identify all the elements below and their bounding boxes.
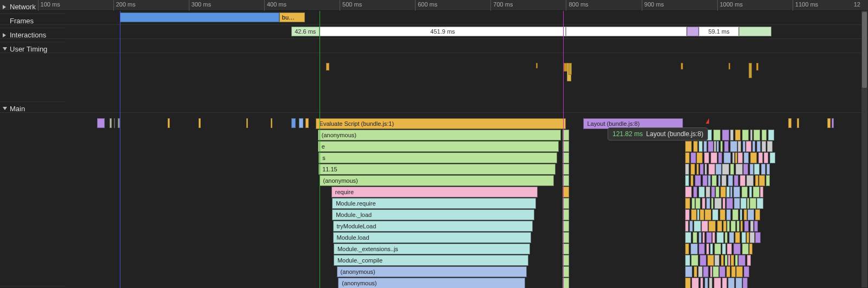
flame-frame[interactable] xyxy=(718,175,720,186)
task-block[interactable] xyxy=(168,118,170,128)
flame-frame[interactable] xyxy=(685,232,691,243)
flame-frame[interactable] xyxy=(732,152,735,163)
flame-frame[interactable] xyxy=(691,175,693,186)
flame-frame[interactable] xyxy=(719,266,725,277)
flame-frame[interactable] xyxy=(731,255,734,266)
flame-frame[interactable] xyxy=(685,141,692,152)
flame-frame[interactable] xyxy=(685,175,689,186)
flame-frame[interactable] xyxy=(707,255,714,266)
flame-frame[interactable] xyxy=(702,198,705,209)
flame-frame[interactable] xyxy=(697,209,699,220)
frame-bar[interactable]: 59.1 ms xyxy=(699,27,739,36)
flame-frame[interactable]: Module._load xyxy=(332,209,534,220)
time-ruler[interactable]: 12 100 ms200 ms300 ms400 ms500 ms600 ms7… xyxy=(0,0,868,11)
flame-frame[interactable] xyxy=(722,175,726,186)
flame-frame[interactable] xyxy=(722,164,729,175)
flame-frame[interactable]: Module.require xyxy=(332,198,536,209)
flame-frame[interactable] xyxy=(697,164,699,175)
user-timing-mark[interactable] xyxy=(569,63,572,75)
flame-frame[interactable] xyxy=(703,232,705,243)
task-block[interactable] xyxy=(97,118,105,128)
flame-frame[interactable] xyxy=(711,198,713,209)
flame-frame[interactable]: (anonymous) xyxy=(338,278,525,288)
flame-frame[interactable] xyxy=(708,141,713,152)
flame-frame[interactable] xyxy=(767,141,773,152)
flame-frame[interactable] xyxy=(762,141,766,152)
network-lane[interactable]: bu… xyxy=(0,11,868,25)
flame-frame[interactable] xyxy=(747,255,751,266)
flame-frame[interactable] xyxy=(767,164,770,175)
flame-frame[interactable] xyxy=(701,221,708,232)
task-block[interactable] xyxy=(271,118,272,128)
flame-frame[interactable] xyxy=(685,187,692,197)
flame-frame[interactable] xyxy=(716,164,722,175)
flame-frame[interactable] xyxy=(714,255,719,266)
flame-frame[interactable] xyxy=(750,198,756,209)
flame-frame[interactable] xyxy=(730,130,733,140)
flame-frame[interactable] xyxy=(706,187,710,197)
task-block[interactable] xyxy=(114,118,115,128)
flame-frame[interactable] xyxy=(726,187,730,197)
flame-frame[interactable] xyxy=(712,232,715,243)
user-timing-lane[interactable] xyxy=(0,53,868,113)
flame-frame[interactable] xyxy=(716,187,719,197)
flame-frame[interactable] xyxy=(741,198,746,209)
flame-frame[interactable] xyxy=(768,130,774,140)
flame-frame[interactable]: (anonymous) xyxy=(337,266,527,277)
task-block[interactable] xyxy=(788,118,792,128)
flame-frame[interactable] xyxy=(694,266,697,277)
flame-frame[interactable] xyxy=(727,221,730,232)
flame-frame[interactable] xyxy=(712,175,717,186)
flame-frame[interactable] xyxy=(703,175,707,186)
flame-frame[interactable] xyxy=(725,255,727,266)
user-timing-mark[interactable] xyxy=(756,63,758,71)
flame-frame[interactable] xyxy=(722,244,726,254)
flame-frame[interactable] xyxy=(744,266,749,277)
flame-frame[interactable] xyxy=(714,141,716,152)
task-block[interactable] xyxy=(291,118,296,128)
flame-frame[interactable] xyxy=(717,141,719,152)
flame-frame[interactable] xyxy=(693,141,698,152)
flame-frame[interactable]: Module._compile xyxy=(334,255,528,266)
task-block[interactable] xyxy=(110,118,112,128)
flame-frame[interactable] xyxy=(755,175,758,186)
flame-frame[interactable] xyxy=(725,232,727,243)
scrollbar-thumb[interactable] xyxy=(862,12,867,88)
network-request[interactable] xyxy=(120,12,279,22)
flame-frame[interactable] xyxy=(724,152,731,163)
user-timing-mark[interactable] xyxy=(536,63,538,68)
flame-frame[interactable] xyxy=(740,175,745,186)
flame-frame[interactable] xyxy=(760,187,763,197)
flame-frame[interactable] xyxy=(743,141,745,152)
track-header-network[interactable]: Network xyxy=(0,0,65,14)
flame-frame[interactable] xyxy=(744,152,749,163)
frame-bar[interactable] xyxy=(739,27,771,36)
flame-frame[interactable] xyxy=(711,152,717,163)
user-timing-mark[interactable] xyxy=(326,63,329,71)
flame-frame[interactable] xyxy=(709,164,715,175)
vertical-scrollbar[interactable] xyxy=(861,11,867,287)
flame-frame[interactable] xyxy=(685,198,690,209)
flame-frame[interactable] xyxy=(752,141,755,152)
flame-frame[interactable] xyxy=(711,187,715,197)
flame-frame[interactable] xyxy=(754,130,760,140)
flame-frame[interactable] xyxy=(750,232,755,243)
task-block[interactable] xyxy=(246,118,248,128)
flame-frame[interactable] xyxy=(708,175,711,186)
flame-frame[interactable] xyxy=(730,187,732,197)
flame-frame[interactable] xyxy=(717,221,722,232)
flame-frame[interactable] xyxy=(742,232,746,243)
flame-frame[interactable] xyxy=(746,175,754,186)
frames-lane[interactable]: 42.6 ms451.9 ms59.1 ms xyxy=(0,25,868,39)
flame-frame[interactable] xyxy=(723,198,725,209)
flame-frame[interactable] xyxy=(691,152,696,163)
flame-frame[interactable] xyxy=(736,164,743,175)
flame-frame[interactable] xyxy=(723,221,726,232)
task-block[interactable] xyxy=(299,118,303,128)
flame-frame[interactable] xyxy=(759,175,765,186)
flame-frame[interactable] xyxy=(693,187,697,197)
flame-frame[interactable] xyxy=(703,266,709,277)
flame-frame[interactable] xyxy=(757,198,763,209)
flame-frame[interactable] xyxy=(735,232,740,243)
flame-frame[interactable] xyxy=(691,255,698,266)
